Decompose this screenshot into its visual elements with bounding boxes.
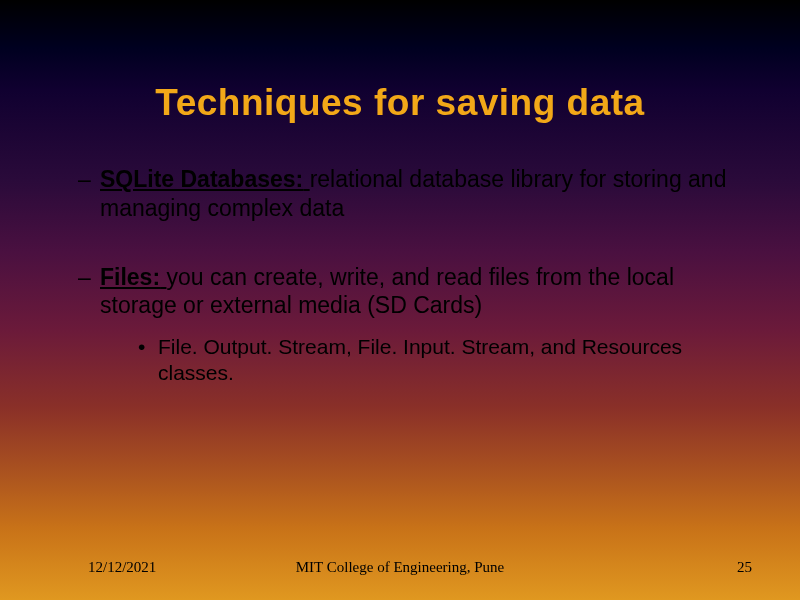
- bullet-body: you can create, write, and read files fr…: [100, 264, 674, 319]
- footer-org: MIT College of Engineering, Pune: [0, 559, 800, 576]
- bullet-sqlite: SQLite Databases:relational database lib…: [72, 165, 740, 223]
- bullet-heading: Files:: [100, 264, 166, 290]
- slide-content: SQLite Databases:relational database lib…: [72, 165, 740, 427]
- bullet-files: Files:you can create, write, and read fi…: [72, 263, 740, 387]
- bullet-heading: SQLite Databases:: [100, 166, 310, 192]
- footer-page-number: 25: [737, 559, 752, 576]
- sub-bullet-classes: File. Output. Stream, File. Input. Strea…: [100, 334, 740, 387]
- slide-title: Techniques for saving data: [0, 82, 800, 124]
